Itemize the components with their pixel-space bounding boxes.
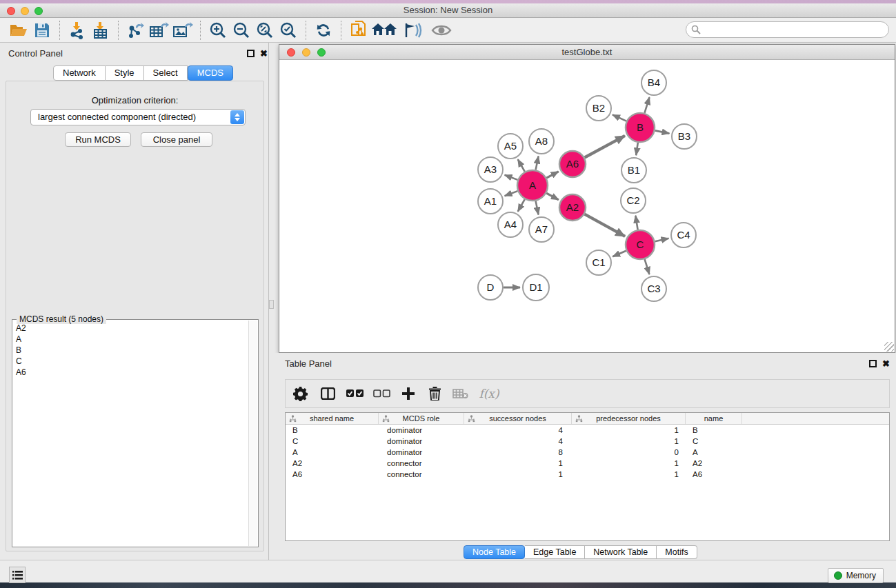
show-panel-icon[interactable]	[427, 19, 456, 41]
zoom-in-icon[interactable]	[206, 19, 230, 41]
graph-edge-C-C4[interactable]	[655, 239, 668, 241]
hide-panel-icon[interactable]	[398, 19, 427, 41]
table-cell[interactable]: dominator	[379, 447, 464, 458]
table-cell[interactable]: A	[286, 447, 379, 458]
table-cell[interactable]: 4	[464, 425, 572, 436]
table-row[interactable]: Adominator80A	[286, 447, 889, 458]
node-table[interactable]: shared nameMCDS rolesuccessor nodesprede…	[285, 412, 890, 541]
close-window-icon[interactable]	[287, 48, 295, 57]
save-session-icon[interactable]	[30, 19, 54, 41]
add-column-icon[interactable]	[395, 387, 422, 400]
table-row[interactable]: A6connector11A6	[286, 469, 889, 480]
table-cell[interactable]: dominator	[379, 436, 464, 447]
mcds-result-list[interactable]: A2ABCA6	[13, 323, 249, 546]
table-cell[interactable]: 1	[572, 458, 686, 469]
float-window-icon[interactable]	[247, 50, 255, 57]
table-cell[interactable]: A	[686, 447, 742, 458]
tab-network[interactable]: Network	[53, 65, 106, 81]
graph-edge-A6-B[interactable]	[585, 136, 625, 158]
table-cell[interactable]: connector	[379, 469, 464, 480]
graph-edge-C-C2[interactable]	[635, 216, 637, 230]
tab-motifs[interactable]: Motifs	[657, 545, 697, 559]
close-panel-icon[interactable]: ✖	[882, 358, 890, 369]
session-home-icon[interactable]	[370, 19, 398, 41]
graph-edge-A-A6[interactable]	[546, 172, 558, 178]
network-window-titlebar[interactable]: testGlobe.txt	[279, 45, 895, 60]
graph-edge-B-B3[interactable]	[655, 130, 670, 133]
delete-table-icon[interactable]	[447, 388, 473, 399]
tab-mcds[interactable]: MCDS	[188, 65, 233, 81]
table-cell[interactable]: A6	[286, 469, 379, 480]
table-cell[interactable]: A6	[686, 469, 742, 480]
column-header-MCDS-role[interactable]: MCDS role	[379, 413, 464, 424]
table-cell[interactable]: A2	[286, 458, 379, 469]
export-image-icon[interactable]	[171, 19, 195, 41]
graph-edge-A-A2[interactable]	[546, 193, 559, 200]
float-window-icon[interactable]	[869, 360, 877, 367]
memory-button[interactable]: Memory	[828, 568, 884, 583]
select-all-icon[interactable]	[341, 389, 368, 398]
window-resize-grip[interactable]	[884, 342, 894, 352]
graph-edge-B-B1[interactable]	[636, 143, 638, 155]
mcds-result-item[interactable]: B	[13, 345, 249, 356]
mcds-result-item[interactable]: A6	[13, 367, 249, 378]
table-row[interactable]: Bdominator41B	[286, 425, 889, 436]
split-handle-left[interactable]	[269, 300, 274, 309]
column-header-shared-name[interactable]: shared name	[286, 413, 379, 424]
panel-list-icon[interactable]	[9, 567, 26, 583]
column-header-predecessor-nodes[interactable]: predecessor nodes	[572, 413, 686, 424]
table-cell[interactable]: 0	[572, 447, 686, 458]
mcds-result-item[interactable]: A2	[13, 323, 249, 334]
table-cell[interactable]: 1	[572, 469, 686, 480]
table-row[interactable]: A2connector11A2	[286, 458, 889, 469]
table-cell[interactable]: dominator	[379, 425, 464, 436]
graph-edge-A-A1[interactable]	[505, 191, 518, 196]
tab-select[interactable]: Select	[144, 65, 188, 81]
run-mcds-button[interactable]: Run MCDS	[65, 132, 131, 147]
graph-edge-C-C1[interactable]	[613, 251, 626, 257]
minimize-window-icon[interactable]	[21, 7, 29, 15]
close-panel-icon[interactable]: ✖	[260, 48, 268, 59]
table-row[interactable]: Cdominator41C	[286, 436, 889, 447]
maximize-window-icon[interactable]	[34, 7, 43, 15]
table-cell[interactable]: 1	[572, 425, 686, 436]
table-cell[interactable]: 1	[464, 469, 572, 480]
graph-edge-A-A7[interactable]	[536, 201, 539, 215]
tab-node-table[interactable]: Node Table	[464, 545, 525, 559]
tab-edge-table[interactable]: Edge Table	[525, 545, 585, 559]
table-cell[interactable]: 4	[464, 436, 572, 447]
table-cell[interactable]: 8	[464, 447, 572, 458]
import-network-icon[interactable]	[66, 19, 89, 41]
table-cell[interactable]: B	[686, 425, 742, 436]
minimize-window-icon[interactable]	[302, 48, 310, 57]
graph-edge-A2-C[interactable]	[585, 214, 626, 236]
graph-edge-A-A3[interactable]	[505, 175, 518, 180]
export-table-icon[interactable]	[148, 19, 171, 41]
gear-icon[interactable]	[286, 387, 315, 401]
graph-edge-B-B4[interactable]	[644, 97, 649, 113]
zoom-fit-icon[interactable]	[253, 19, 277, 41]
open-file-icon[interactable]	[7, 19, 30, 41]
table-cell[interactable]: A2	[686, 458, 742, 469]
fx-icon[interactable]: f(x)	[473, 387, 505, 401]
tab-style[interactable]: Style	[106, 65, 144, 81]
clone-network-icon[interactable]	[347, 19, 370, 41]
import-table-icon[interactable]	[89, 19, 112, 41]
network-canvas-svg[interactable]: B4B2BB3B1A5A8A6A3AA1C2A4A7A2C4CC1C3DD1	[279, 60, 895, 352]
graph-edge-A-A8[interactable]	[536, 156, 539, 170]
graph-edge-C-C3[interactable]	[645, 259, 650, 274]
export-network-icon[interactable]	[124, 19, 148, 41]
split-view-icon[interactable]	[315, 387, 341, 400]
deselect-all-icon[interactable]	[368, 389, 395, 398]
close-panel-button[interactable]: Close panel	[141, 132, 212, 147]
column-header-name[interactable]: name	[686, 413, 742, 424]
close-window-icon[interactable]	[7, 7, 15, 15]
mcds-result-scrollbar[interactable]	[248, 321, 257, 546]
table-cell[interactable]: C	[686, 436, 742, 447]
table-cell[interactable]: 1	[572, 436, 686, 447]
search-field[interactable]	[686, 21, 889, 38]
delete-column-icon[interactable]	[422, 387, 447, 401]
maximize-window-icon[interactable]	[317, 48, 326, 57]
graph-edge-A-A5[interactable]	[518, 159, 525, 172]
zoom-selected-icon[interactable]	[277, 19, 300, 41]
